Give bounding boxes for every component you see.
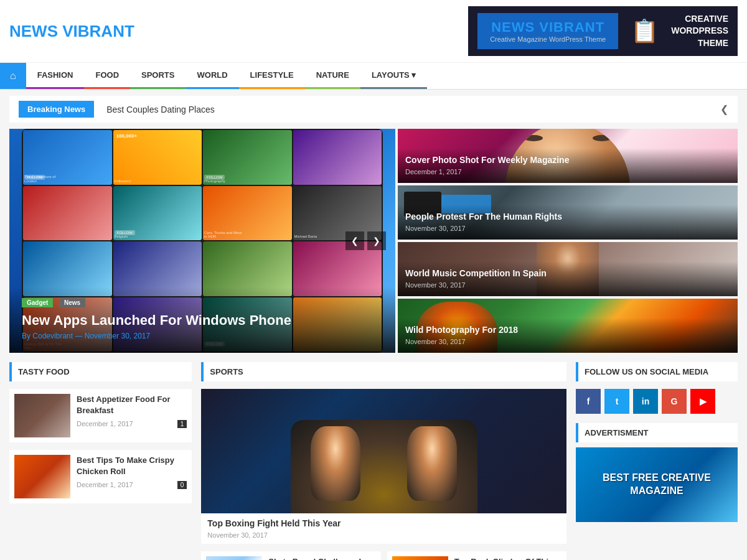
social-youtube-button[interactable]: ▶ bbox=[690, 389, 715, 414]
card-title-1: Cover Photo Shot For Weekly Magazine bbox=[405, 154, 730, 166]
breaking-news-bar: Breaking News Best Couples Dating Places… bbox=[9, 96, 738, 123]
social-icons-row: f t in G ▶ bbox=[576, 389, 738, 414]
food-title-1: Best Appetizer Food For Breakfast bbox=[77, 394, 187, 416]
food-item-1[interactable]: Best Appetizer Food For Breakfast Decemb… bbox=[9, 389, 192, 442]
breaking-news-arrow[interactable]: ❮ bbox=[720, 103, 728, 115]
ad-banner-blue: NEWS VIBRANT Creative Magazine WordPress… bbox=[477, 13, 618, 49]
featured-card-3[interactable]: World Music Competition In Spain Novembe… bbox=[398, 242, 738, 296]
ad-notepad-icon: 📋 bbox=[631, 18, 659, 44]
breaking-news-text: Best Couples Dating Places bbox=[106, 105, 215, 114]
featured-main-title: New Apps Launched For Windows Phone bbox=[22, 312, 383, 329]
sports-thumb-1 bbox=[206, 556, 262, 560]
sports-title-1: Skate Board Challenge In Chicago bbox=[268, 556, 375, 560]
card-overlay-2: People Protest For The Human Rights Nove… bbox=[398, 205, 738, 240]
ad-subtitle: Creative Magazine WordPress Theme bbox=[490, 35, 606, 43]
card-overlay-4: Wild Photography For 2018 November 30, 2… bbox=[398, 318, 738, 353]
ad-right-text: CREATIVE WORDPRESS THEME bbox=[671, 13, 728, 50]
social-heading: FOLLOW US ON SOCIAL MEDIA bbox=[576, 362, 738, 381]
advertisement-heading: ADVERTISMENT bbox=[576, 423, 738, 442]
header-ad-banner: NEWS VIBRANT Creative Magazine WordPress… bbox=[468, 6, 738, 56]
food-count-2: 0 bbox=[177, 481, 187, 489]
food-title-2: Best Tips To Make Crispy Chicken Roll bbox=[77, 455, 187, 477]
card-overlay-1: Cover Photo Shot For Weekly Magazine Dec… bbox=[398, 148, 738, 183]
sports-main-image bbox=[201, 389, 566, 513]
food-date-2: December 1, 2017 bbox=[77, 481, 133, 488]
advertisement-text: BEST FREE CREATIVE MAGAZINE bbox=[576, 472, 738, 498]
card-overlay-3: World Music Competition In Spain Novembe… bbox=[398, 261, 738, 296]
food-thumb-1 bbox=[14, 394, 70, 437]
featured-main-overlay: Gadget News New Apps Launched For Window… bbox=[9, 287, 395, 353]
featured-card-2[interactable]: People Protest For The Human Rights Nove… bbox=[398, 185, 738, 240]
nav-world[interactable]: WORLD bbox=[186, 63, 239, 89]
nav-lifestyle[interactable]: LIFESTYLE bbox=[239, 63, 305, 89]
nav-fashion[interactable]: FASHION bbox=[26, 63, 85, 89]
slider-arrows: ❮ ❯ bbox=[345, 231, 386, 250]
sports-info-2: Top Rock Climber Of This Year November 3… bbox=[454, 556, 561, 560]
featured-main-card[interactable]: The Architecture ofLondonFOLLOW 100,000+… bbox=[9, 129, 395, 353]
featured-right-cards: Cover Photo Shot For Weekly Magazine Dec… bbox=[398, 129, 738, 353]
sports-main-meta: November 30, 2017 bbox=[201, 531, 566, 544]
food-info-1: Best Appetizer Food For Breakfast Decemb… bbox=[77, 394, 187, 437]
main-nav: ⌂ FASHION FOOD SPORTS WORLD LIFESTYLE NA… bbox=[0, 63, 747, 90]
card-date-1: December 1, 2017 bbox=[405, 168, 730, 175]
food-item-2[interactable]: Best Tips To Make Crispy Chicken Roll De… bbox=[9, 450, 192, 503]
social-googleplus-button[interactable]: G bbox=[662, 389, 687, 414]
card-title-4: Wild Photography For 2018 bbox=[405, 324, 730, 335]
logo-vibrant: VIBRANT bbox=[62, 22, 134, 40]
tag-news: News bbox=[59, 298, 85, 307]
sports-item-1[interactable]: Skate Board Challenge In Chicago Novembe… bbox=[201, 551, 380, 560]
sports-section: SPORTS Top Boxing Fight Held This Year N… bbox=[201, 362, 566, 560]
featured-main-meta: By Codevibrant — November 30, 2017 bbox=[22, 332, 383, 340]
card-date-4: November 30, 2017 bbox=[405, 338, 730, 345]
featured-card-1[interactable]: Cover Photo Shot For Weekly Magazine Dec… bbox=[398, 129, 738, 183]
tasty-food-section: TASTY FOOD Best Appetizer Food For Break… bbox=[9, 362, 192, 560]
advertisement-box: BEST FREE CREATIVE MAGAZINE bbox=[576, 447, 738, 522]
food-thumb-2 bbox=[14, 455, 70, 498]
nav-sports[interactable]: SPORTS bbox=[130, 63, 186, 89]
sidebar-section: FOLLOW US ON SOCIAL MEDIA f t in G ▶ ADV… bbox=[576, 362, 738, 560]
nav-food[interactable]: FOOD bbox=[84, 63, 130, 89]
card-title-2: People Protest For The Human Rights bbox=[405, 211, 730, 222]
header: NEWS VIBRANT NEWS VIBRANT Creative Magaz… bbox=[0, 0, 747, 63]
sports-title-2: Top Rock Climber Of This Year bbox=[454, 556, 561, 560]
tag-gadget: Gadget bbox=[22, 298, 53, 307]
ad-title: NEWS VIBRANT bbox=[491, 19, 604, 35]
sections-row: TASTY FOOD Best Appetizer Food For Break… bbox=[9, 362, 738, 560]
tasty-food-heading: TASTY FOOD bbox=[9, 362, 192, 381]
card-date-2: November 30, 2017 bbox=[405, 225, 730, 232]
card-date-3: November 30, 2017 bbox=[405, 281, 730, 289]
sports-info-1: Skate Board Challenge In Chicago Novembe… bbox=[268, 556, 375, 560]
food-info-2: Best Tips To Make Crispy Chicken Roll De… bbox=[77, 455, 187, 498]
slider-next-button[interactable]: ❯ bbox=[367, 231, 386, 250]
sports-thumb-2 bbox=[392, 556, 448, 560]
slider-prev-button[interactable]: ❮ bbox=[345, 231, 364, 250]
breaking-news-label: Breaking News bbox=[19, 101, 94, 118]
social-twitter-button[interactable]: t bbox=[604, 389, 629, 414]
food-date-1: December 1, 2017 bbox=[77, 420, 133, 427]
featured-row: The Architecture ofLondonFOLLOW 100,000+… bbox=[9, 129, 738, 353]
nav-home-button[interactable]: ⌂ bbox=[0, 63, 26, 89]
social-linkedin-button[interactable]: in bbox=[633, 389, 658, 414]
food-count-1: 1 bbox=[177, 420, 187, 428]
card-title-3: World Music Competition In Spain bbox=[405, 268, 730, 279]
featured-card-4[interactable]: Wild Photography For 2018 November 30, 2… bbox=[398, 299, 738, 353]
logo-news: NEWS bbox=[9, 22, 58, 40]
sports-item-2[interactable]: Top Rock Climber Of This Year November 3… bbox=[387, 551, 566, 560]
site-logo[interactable]: NEWS VIBRANT bbox=[9, 22, 134, 41]
sports-heading: SPORTS bbox=[201, 362, 566, 381]
sports-main-card[interactable]: Top Boxing Fight Held This Year November… bbox=[201, 389, 566, 544]
nav-nature[interactable]: NATURE bbox=[305, 63, 360, 89]
sports-main-title: Top Boxing Fight Held This Year bbox=[201, 513, 566, 531]
social-facebook-button[interactable]: f bbox=[576, 389, 601, 414]
nav-layouts[interactable]: LAYOUTS ▾ bbox=[360, 63, 428, 89]
